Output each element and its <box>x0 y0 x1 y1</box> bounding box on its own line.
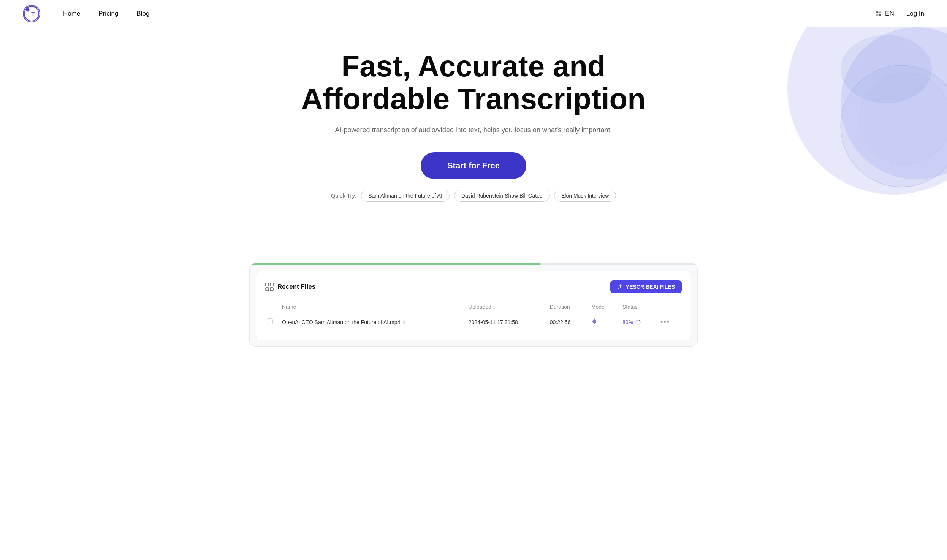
row-checkbox[interactable] <box>267 318 273 324</box>
nav-pricing[interactable]: Pricing <box>98 10 118 17</box>
upload-icon <box>617 284 623 290</box>
logo[interactable]: T <box>23 5 40 22</box>
login-button[interactable]: Log In <box>906 10 924 17</box>
col-uploaded: Uploaded <box>464 301 545 313</box>
start-free-button[interactable]: Start for Free <box>421 152 526 179</box>
svg-rect-14 <box>266 288 269 291</box>
col-checkbox <box>265 301 277 313</box>
svg-rect-6 <box>879 14 881 16</box>
nav-home[interactable]: Home <box>63 10 80 17</box>
col-status: Status <box>618 301 656 313</box>
svg-text:T: T <box>31 11 35 17</box>
file-mode <box>587 313 618 331</box>
loading-spinner <box>635 320 641 325</box>
file-status: 80% <box>618 313 656 331</box>
hero-headline: Fast, Accurate and Affordable Transcript… <box>291 50 656 115</box>
quick-try-chip-0[interactable]: Sam Altman on the Future of AI <box>361 190 450 202</box>
logo-icon: T <box>23 5 40 22</box>
table-row: OpenAI CEO Sam Altman on the Future of A… <box>265 313 682 331</box>
svg-point-11 <box>841 35 932 103</box>
status-loading: 80% <box>622 319 641 325</box>
file-name: OpenAI CEO Sam Altman on the Future of A… <box>277 313 464 331</box>
svg-rect-12 <box>266 283 269 286</box>
recent-files-title: Recent Files <box>265 283 315 291</box>
hero-subtitle: AI-powered transcription of audio/video … <box>8 126 939 134</box>
files-table: Name Uploaded Duration Mode Status OpenA… <box>265 301 682 331</box>
nav-links: Home Pricing Blog <box>63 10 149 17</box>
quick-try-chip-1[interactable]: David Rubenstein Show Bill Gates <box>454 190 550 202</box>
quick-try-section: Quick Try: Sam Altman on the Future of A… <box>8 190 939 202</box>
col-mode: Mode <box>587 301 618 313</box>
file-duration: 00:22:56 <box>545 313 587 331</box>
dashboard-inner: Recent Files YESCRIBEAI FILES Name Uploa… <box>256 271 691 340</box>
hero-section: Fast, Accurate and Affordable Transcript… <box>0 27 947 248</box>
globe-icon <box>875 10 883 17</box>
svg-rect-4 <box>879 11 881 13</box>
progress-bar-fill <box>250 263 541 265</box>
upload-files-button[interactable]: YESCRIBEAI FILES <box>610 280 682 293</box>
nav-right: EN Log In <box>875 10 924 17</box>
col-actions <box>656 301 682 313</box>
navbar: T Home Pricing Blog EN Log In <box>0 0 947 27</box>
file-uploaded: 2024-05-11 17:31:58 <box>464 313 545 331</box>
nav-blog[interactable]: Blog <box>136 10 149 17</box>
quick-try-chip-2[interactable]: Elon Musk Interview <box>554 190 616 202</box>
svg-rect-15 <box>270 288 273 291</box>
audio-wave-icon <box>591 318 598 325</box>
more-options-icon[interactable]: ••• <box>660 318 670 326</box>
lang-label: EN <box>885 10 894 17</box>
language-button[interactable]: EN <box>875 10 894 17</box>
quick-try-label: Quick Try: <box>331 192 357 199</box>
dashboard-preview: Recent Files YESCRIBEAI FILES Name Uploa… <box>249 263 698 347</box>
svg-point-10 <box>860 73 947 164</box>
col-duration: Duration <box>545 301 587 313</box>
svg-rect-5 <box>876 14 879 16</box>
svg-rect-13 <box>270 283 273 286</box>
recent-files-header: Recent Files YESCRIBEAI FILES <box>265 280 682 293</box>
col-name: Name <box>277 301 464 313</box>
file-menu[interactable]: ••• <box>656 313 682 331</box>
svg-point-8 <box>841 27 947 179</box>
grid-icon <box>265 283 274 291</box>
svg-point-7 <box>787 27 947 195</box>
progress-bar-container <box>250 263 697 265</box>
svg-rect-3 <box>876 11 879 13</box>
svg-point-1 <box>27 9 29 11</box>
